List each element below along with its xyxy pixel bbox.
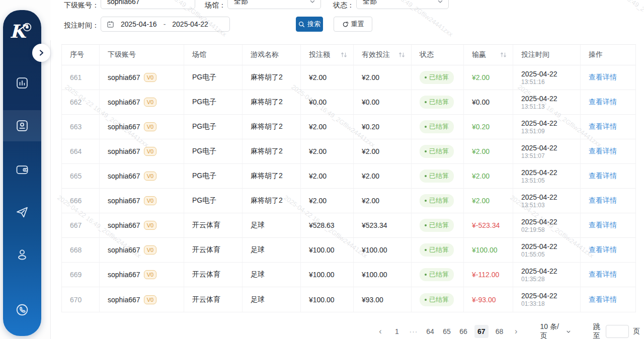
cell-account: sophia667V0: [100, 287, 184, 312]
page-button[interactable]: 64: [425, 325, 436, 338]
cell-index: 665: [62, 164, 100, 189]
cell-status: 已结算: [412, 164, 464, 189]
table-body: 661sophia667V0PG电子麻将胡了2¥2.00¥2.00已结算¥2.0…: [62, 65, 635, 312]
status-badge: 已结算: [420, 194, 454, 207]
cell-action: 查看详情: [581, 139, 635, 164]
status-badge: 已结算: [420, 243, 454, 257]
table-row: 665sophia667V0PG电子麻将胡了2¥2.00¥2.00已结算¥2.0…: [62, 164, 635, 189]
cell-bet-time: 2025-04-2201:35:28: [513, 263, 581, 287]
sidebar-item-promotion[interactable]: [3, 197, 41, 228]
sidebar-item-reports[interactable]: [3, 67, 41, 99]
view-details-link[interactable]: 查看详情: [589, 270, 617, 279]
cell-bet-time: 2025-04-2202:19:58: [513, 213, 581, 238]
view-details-link[interactable]: 查看详情: [589, 122, 617, 131]
prev-page-button[interactable]: ‹: [375, 325, 386, 338]
cell-status: 已结算: [412, 263, 464, 287]
cell-winloss: ¥100.00: [464, 238, 513, 263]
column-header-account: 下级账号: [100, 45, 184, 65]
cell-valid-bet: ¥523.34: [354, 213, 412, 238]
account-name: sophia667: [108, 98, 140, 106]
cell-bet-amount: ¥0.00: [301, 90, 354, 115]
vip-level-badge: V0: [144, 270, 156, 279]
reset-button[interactable]: 重置: [334, 17, 372, 32]
cell-bet-time: 2025-04-2201:55:05: [513, 238, 581, 263]
cell-game: 足球: [243, 263, 301, 287]
cell-action: 查看详情: [581, 90, 635, 115]
bet-clock-time: 13:51:13: [521, 103, 545, 111]
jump-page-input[interactable]: [606, 325, 629, 338]
column-header-bet[interactable]: 投注额: [301, 45, 354, 65]
status-badge: 已结算: [420, 293, 454, 306]
cell-valid-bet: ¥2.00: [354, 164, 412, 189]
date-start-value: 2025-04-16: [121, 20, 157, 28]
calendar-icon: [107, 21, 114, 28]
cell-action: 查看详情: [581, 238, 635, 263]
cell-valid-bet: ¥2.00: [354, 189, 412, 213]
status-dot-icon: [425, 150, 427, 152]
cell-valid-bet: ¥0.20: [354, 115, 412, 139]
sidebar-item-profile[interactable]: [3, 239, 41, 271]
view-details-link[interactable]: 查看详情: [589, 295, 617, 304]
view-details-link[interactable]: 查看详情: [589, 172, 617, 181]
cell-bet-time: 2025-04-2213:51:05: [513, 164, 581, 189]
wallet-icon: [15, 162, 29, 177]
chevron-down-icon: [566, 329, 571, 334]
sidebar-item-support[interactable]: [3, 294, 41, 325]
date-range-picker[interactable]: 2025-04-16 - 2025-04-22: [101, 17, 230, 32]
cell-bet-amount: ¥2.00: [301, 115, 354, 139]
page-button[interactable]: 68: [494, 325, 505, 338]
column-header-label: 序号: [70, 50, 84, 59]
search-button[interactable]: 搜索: [296, 17, 323, 32]
cell-game: 足球: [243, 238, 301, 263]
view-details-link[interactable]: 查看详情: [589, 245, 617, 255]
column-header-game: 游戏名称: [243, 45, 301, 65]
account-input[interactable]: sophia667: [101, 0, 195, 9]
table-row: 666sophia667V0PG电子麻将胡了2¥2.00¥2.00已结算¥2.0…: [62, 189, 635, 213]
column-header-index: 序号: [62, 45, 100, 65]
cell-game: 麻将胡了2: [243, 65, 301, 90]
cell-venue: 开云体育: [184, 263, 243, 287]
status-badge: 已结算: [420, 170, 454, 183]
sidebar-item-wallet[interactable]: [3, 154, 41, 185]
view-details-link[interactable]: 查看详情: [589, 147, 617, 156]
venue-filter-label: 场馆：: [205, 1, 226, 10]
column-header-valid[interactable]: 有效投注: [354, 45, 412, 65]
cell-account: sophia667V0: [100, 139, 184, 164]
sort-icon: [341, 52, 347, 58]
venue-select[interactable]: 全部: [227, 0, 321, 9]
cell-action: 查看详情: [581, 189, 635, 213]
cell-index: 668: [62, 238, 100, 263]
cell-winloss: ¥2.00: [464, 65, 513, 90]
reset-button-label: 重置: [351, 20, 364, 29]
status-select[interactable]: 全部: [356, 0, 449, 9]
view-details-link[interactable]: 查看详情: [589, 73, 617, 82]
soccer-ball-icon: [23, 23, 32, 32]
page-button-current[interactable]: 67: [474, 325, 489, 338]
column-header-winloss[interactable]: 输赢: [464, 45, 513, 65]
cell-account: sophia667V0: [100, 65, 184, 90]
table-row: 663sophia667V0PG电子麻将胡了2¥2.00¥0.20已结算¥0.2…: [62, 115, 635, 139]
member-card-icon: [15, 119, 29, 133]
view-details-link[interactable]: 查看详情: [589, 196, 617, 205]
page-button[interactable]: 1: [391, 325, 403, 338]
status-filter-label: 状态：: [333, 1, 354, 10]
sidebar-item-members[interactable]: [3, 110, 41, 141]
page-size-select[interactable]: 10 条/页: [540, 322, 571, 339]
account-name: sophia667: [108, 123, 140, 131]
page-button[interactable]: 65: [441, 325, 452, 338]
cell-venue: PG电子: [184, 90, 243, 115]
account-name: sophia667: [108, 73, 140, 81]
cell-action: 查看详情: [581, 115, 635, 139]
next-page-button[interactable]: ›: [511, 325, 522, 338]
cell-bet-time: 2025-04-2201:33:18: [513, 287, 581, 312]
cell-winloss: ¥-93.00: [464, 287, 513, 312]
view-details-link[interactable]: 查看详情: [589, 221, 617, 230]
cell-status: 已结算: [412, 90, 464, 115]
status-badge: 已结算: [420, 71, 454, 84]
sidebar-expand-button[interactable]: [32, 44, 50, 62]
bet-date: 2025-04-22: [521, 143, 557, 152]
status-dot-icon: [425, 76, 427, 78]
page-button[interactable]: 66: [458, 325, 469, 338]
view-details-link[interactable]: 查看详情: [589, 98, 617, 107]
cell-bet-amount: ¥2.00: [301, 164, 354, 189]
